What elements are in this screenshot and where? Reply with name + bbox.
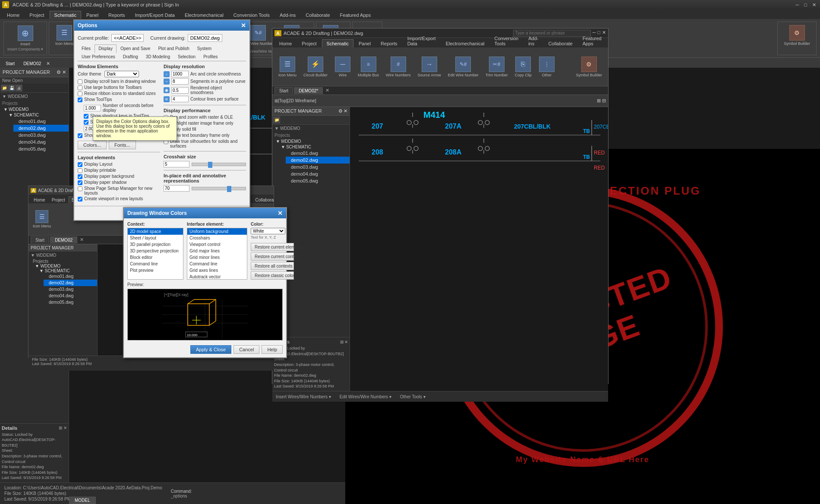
chk-create-viewport-input[interactable] xyxy=(78,197,82,202)
chk-display-printable-input[interactable] xyxy=(78,168,82,173)
contour-input[interactable] xyxy=(171,96,189,102)
model-tab[interactable]: MODEL xyxy=(69,497,96,504)
restore-context-btn[interactable]: Restore current context xyxy=(251,252,294,261)
ctx-3d-perspective[interactable]: 3D perspective projection xyxy=(128,248,183,254)
second-start-tab[interactable]: Start xyxy=(274,87,293,94)
pm-icon-1[interactable]: 📁 xyxy=(1,85,8,91)
window-controls[interactable]: ─ □ ✕ xyxy=(794,2,818,8)
ie-grid-axes[interactable]: Grid axes lines xyxy=(187,267,247,274)
pm-new-btn[interactable]: New xyxy=(2,78,11,83)
icon-menu-btn[interactable]: ☰ Icon Menu xyxy=(53,23,76,54)
pm-close-icon[interactable]: ✕ xyxy=(62,69,66,75)
s-editwire-btn[interactable]: ✎# Edit Wire Number xyxy=(445,55,481,79)
ie-crosshairs[interactable]: Crosshairs xyxy=(187,235,247,241)
opt-tab-3dmodel[interactable]: 3D Modeling xyxy=(142,53,174,61)
ctx-2d-model[interactable]: 2D model space xyxy=(128,228,183,235)
opt-tab-userprefs[interactable]: User Preferences xyxy=(78,53,119,61)
tab-reports[interactable]: Reports xyxy=(104,11,130,19)
inplace-thumb[interactable] xyxy=(227,186,231,192)
pm-settings-icon[interactable]: ⚙ xyxy=(57,69,61,75)
chk-tooltips-input[interactable] xyxy=(78,98,82,102)
fonts-btn[interactable]: Fonts... xyxy=(109,141,136,149)
chk-extended-tips-input[interactable] xyxy=(84,120,88,125)
ctx-sheet[interactable]: Sheet / layout xyxy=(128,235,183,241)
close-tab-btn[interactable]: ✕ xyxy=(46,61,50,66)
b-tab-close[interactable]: ✕ xyxy=(78,237,85,243)
s-bus-btn[interactable]: ≡ Multiple Bus xyxy=(355,55,382,79)
s-tab-collaborate[interactable]: Collaborate xyxy=(543,39,577,47)
maximize-btn[interactable]: □ xyxy=(802,2,809,8)
close-btn[interactable]: ✕ xyxy=(811,2,818,8)
opt-tab-selection[interactable]: Selection xyxy=(174,53,199,61)
s-tb-collapse[interactable]: ⊟ xyxy=(602,98,606,104)
s-tree-schematic[interactable]: ▼ SCHEMATIC xyxy=(280,144,350,150)
s-circuit-btn[interactable]: ⚡ Circuit Builder xyxy=(301,55,330,79)
s-tree-demo04[interactable]: demo04.dwg xyxy=(286,170,350,177)
ie-autotrack[interactable]: Autotrack vector xyxy=(187,274,247,280)
rendered-input[interactable] xyxy=(171,87,189,94)
chk-paper-bg-input[interactable] xyxy=(78,174,82,179)
tab-electromechanical[interactable]: Electromechanical xyxy=(180,11,228,19)
colors-close-btn[interactable]: ✕ xyxy=(278,210,283,217)
minimize-btn[interactable]: ─ xyxy=(794,2,801,8)
s-tree-demo03[interactable]: demo03.dwg xyxy=(286,164,350,170)
arc-smoothness-input[interactable] xyxy=(171,71,189,77)
s-wirenumbers-btn[interactable]: # Wire Numbers xyxy=(383,55,413,79)
start-btn[interactable]: Start xyxy=(2,60,18,67)
chk-scrollbars-input[interactable] xyxy=(78,79,82,84)
restore-element-btn[interactable]: Restore current element xyxy=(251,243,294,251)
ctx-plot-preview[interactable]: Plot preview xyxy=(128,267,183,274)
s-tab-home[interactable]: Home xyxy=(274,39,296,47)
opt-tab-profiles[interactable]: Profiles xyxy=(199,53,221,61)
s-copy-btn[interactable]: ⎘ Copy Clip xyxy=(512,55,534,79)
chk-page-setup-input[interactable] xyxy=(78,186,82,191)
symbol-builder-btn[interactable]: ⚙ Symbol Builder xyxy=(781,23,813,47)
chk-large-btns-input[interactable] xyxy=(78,85,82,90)
tab-addins[interactable]: Add-ins xyxy=(275,11,300,19)
s-tree-demo05[interactable]: demo05.dwg xyxy=(286,177,350,184)
bottom-demo01[interactable]: demo01.dwg xyxy=(44,273,97,280)
b-start-tab[interactable]: Start xyxy=(31,236,49,243)
chk-paper-shadow-input[interactable] xyxy=(78,180,82,185)
tab-project[interactable]: Project xyxy=(25,11,49,19)
s-tb-expand[interactable]: ⊞ xyxy=(597,98,601,104)
s-tab-addins[interactable]: Add-ins xyxy=(524,34,543,47)
tree-demo01[interactable]: demo01.dwg xyxy=(13,118,69,125)
details-close[interactable]: ✕ xyxy=(63,425,67,430)
restore-all-btn[interactable]: Restore all contexts xyxy=(251,262,294,270)
ie-grid-major[interactable]: Grid major lines xyxy=(187,248,247,254)
opt-tab-system[interactable]: System xyxy=(193,44,215,53)
apply-close-btn[interactable]: Apply & Close xyxy=(190,345,231,354)
tab-panel[interactable]: Panel xyxy=(82,11,103,19)
b-tab-project[interactable]: Project xyxy=(49,196,68,203)
ie-uniform-bg[interactable]: Uniform background xyxy=(187,228,247,235)
color-dropdown[interactable]: White Black Red Blue xyxy=(251,228,285,234)
s-tree-demo02[interactable]: demo02.dwg xyxy=(286,157,350,164)
second-tab-close[interactable]: ✕ xyxy=(324,88,331,93)
b-tab-collaborate[interactable]: Collaborate xyxy=(252,196,274,203)
tree-demo02[interactable]: demo02.dwg xyxy=(13,125,69,132)
pm-open-btn[interactable]: Open xyxy=(12,78,22,83)
s-pm-close[interactable]: ✕ xyxy=(344,108,347,114)
chk-rollover-tips-input[interactable] xyxy=(78,133,82,138)
options-close-btn[interactable]: ✕ xyxy=(241,22,246,29)
tab-import-export[interactable]: Import/Export Data xyxy=(130,11,180,19)
tab-home[interactable]: Home xyxy=(2,11,24,19)
s-pm-icon1[interactable]: 📁 xyxy=(273,117,280,123)
s-tab-import[interactable]: Import/Export Data xyxy=(403,34,441,47)
chk-resize-icons-input[interactable] xyxy=(78,91,82,96)
s-details-close[interactable]: ✕ xyxy=(344,340,348,344)
demo02-tab[interactable]: DEMO02 xyxy=(20,60,44,67)
tree-demo03[interactable]: demo03.dwg xyxy=(13,132,69,139)
s-tab-project[interactable]: Project xyxy=(297,39,321,47)
colors-cancel-btn[interactable]: Cancel xyxy=(233,345,259,354)
b-tab-home[interactable]: Home xyxy=(31,196,48,203)
bottom-demo05[interactable]: demo05.dwg xyxy=(44,299,97,306)
inplace-size-input[interactable] xyxy=(164,185,189,192)
s-tab-reports[interactable]: Reports xyxy=(376,39,402,47)
s-tree-root[interactable]: ▼ WDDEMO xyxy=(274,139,350,144)
s-tab-conversion[interactable]: Conversion Tools xyxy=(490,34,524,47)
color-theme-select[interactable]: Dark Light xyxy=(104,71,139,77)
bottom-demo03[interactable]: demo03.dwg xyxy=(44,286,97,293)
seconds-before-input[interactable] xyxy=(84,105,101,111)
